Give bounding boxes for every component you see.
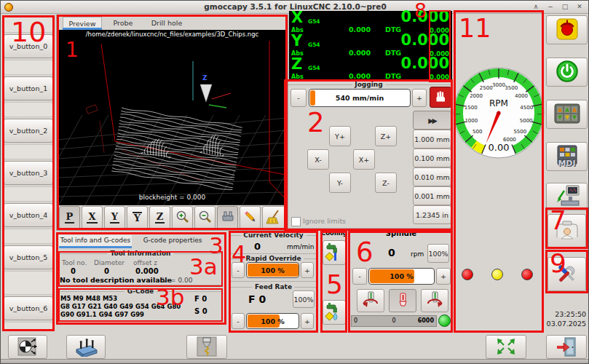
estop-icon <box>556 17 579 42</box>
spindle-plus-button[interactable]: + <box>436 268 451 285</box>
gcode-frame-title: G-Code <box>124 288 157 295</box>
sidebar-spacer <box>4 271 53 295</box>
close-window-icon[interactable]: ✕ <box>574 2 585 12</box>
main-position-value: 0.000 <box>401 8 449 25</box>
tab-drill-hole[interactable]: Drill hole <box>146 17 188 28</box>
touch-off-button[interactable] <box>8 335 47 359</box>
feed-rate-slider[interactable]: 100 % <box>246 313 299 329</box>
rapid-plus-button[interactable]: + <box>301 262 314 278</box>
jog-y-minus-button[interactable]: Y- <box>329 173 351 193</box>
jog-increment-01mm[interactable]: 0.100 mm <box>413 149 451 167</box>
rapid-minus-button[interactable]: - <box>232 262 245 278</box>
view-x-button[interactable]: X <box>82 206 103 229</box>
sidebar-spacer <box>4 229 53 244</box>
abs-value: 0.000 <box>349 72 371 80</box>
machine-on-button[interactable] <box>546 58 588 87</box>
jog-speed-plus-button[interactable]: + <box>412 89 427 107</box>
shade-window-icon[interactable]: ∧ <box>530 2 542 12</box>
tool-measure-icon <box>196 336 218 359</box>
svg-text:5500: 5500 <box>513 129 526 135</box>
rpm-gauge-label: RPM <box>454 98 544 108</box>
sidebar-v-button-0[interactable]: v_button_0 <box>4 34 53 58</box>
jog-increment-0001mm[interactable]: 0.001 mm <box>413 186 451 205</box>
jog-increment-inch[interactable]: 1.2345 in <box>413 205 451 224</box>
jog-speed-slider-handle[interactable] <box>310 90 315 106</box>
zoom-in-button[interactable] <box>172 206 193 229</box>
spindle-stop-button[interactable] <box>389 289 416 312</box>
feed-plus-button[interactable]: + <box>301 313 314 329</box>
tab-probe[interactable]: Probe <box>108 17 138 28</box>
toggle-dimensions-button[interactable] <box>217 206 238 229</box>
jog-increment-continuous[interactable]: ▶▶ <box>413 111 451 130</box>
setup-mode-button[interactable] <box>546 183 588 210</box>
sidebar-spacer <box>4 60 53 75</box>
jog-speed-slider[interactable]: 540 mm/min <box>309 89 411 107</box>
feed-reset-button[interactable]: 100% <box>293 290 315 308</box>
operator-icon <box>554 218 580 243</box>
mdi-mode-button[interactable]: MDI <box>546 142 588 171</box>
view-y2-button[interactable]: Y <box>127 206 148 229</box>
ignore-limits-checkbox[interactable] <box>291 217 301 226</box>
manual-mode-button[interactable] <box>546 100 588 129</box>
jog-y-plus-button[interactable]: Y+ <box>329 126 351 146</box>
touch-plate-button[interactable] <box>66 335 106 359</box>
spindle-minus-button[interactable]: - <box>352 268 367 285</box>
jog-increment-001mm[interactable]: 0.010 mm <box>413 167 451 186</box>
mist-coolant-button[interactable] <box>323 300 346 325</box>
svg-text:500: 500 <box>473 129 482 135</box>
sidebar-v-button-3[interactable]: v_button_3 <box>4 161 53 185</box>
dimensions-icon <box>220 209 236 226</box>
jog-z-plus-button[interactable]: Z+ <box>375 126 397 146</box>
spindle-reset-button[interactable]: 100% <box>427 244 449 263</box>
feed-minus-button[interactable]: - <box>232 313 245 329</box>
tab-gcode-properties[interactable]: G-code properties <box>139 235 206 246</box>
maximize-window-icon[interactable]: □ <box>559 2 571 12</box>
rapid-override-slider[interactable]: 100 % <box>246 262 299 278</box>
tab-tool-info[interactable]: Tool info and G-codes <box>59 235 132 246</box>
spindle-override-slider[interactable]: 100 % <box>368 268 435 285</box>
spindle-ccw-button[interactable] <box>357 289 384 312</box>
estop-button[interactable] <box>546 15 588 44</box>
y-view-icon: Y <box>110 212 119 223</box>
user-tabs-button[interactable] <box>548 214 586 248</box>
view-z-button[interactable]: Z <box>149 206 170 229</box>
sidebar-v-button-1[interactable]: v_button_1 <box>4 76 53 100</box>
zoom-out-button[interactable] <box>194 206 216 229</box>
loaded-file-path: /home/zdenek/linuxcnc/nc_files/examples/… <box>58 30 287 39</box>
tool-information-title: Tool information <box>108 250 174 257</box>
jog-z-minus-button[interactable]: Z- <box>375 173 397 193</box>
jog-increment-1mm[interactable]: 1.000 mm <box>413 130 451 149</box>
svg-text:Z: Z <box>202 74 207 82</box>
exit-button[interactable] <box>546 335 587 359</box>
gremlin-3d-preview[interactable]: Z <box>58 39 287 205</box>
svg-text:3500: 3500 <box>505 85 518 91</box>
jog-x-minus-button[interactable]: X- <box>307 149 329 170</box>
flood-coolant-button[interactable] <box>323 240 346 265</box>
sidebar-v-button-6[interactable]: v_button_6 <box>4 296 53 320</box>
hand-jog-mode-button[interactable] <box>430 87 451 108</box>
jog-x-plus-button[interactable]: X+ <box>353 149 375 170</box>
spindle-cw-button[interactable] <box>421 289 448 312</box>
mdi-keypad-icon: MDI <box>555 145 580 168</box>
cooling-title: Cooling <box>319 229 349 237</box>
view-y-button[interactable]: Y <box>104 206 125 229</box>
minimize-window-icon[interactable]: − <box>545 2 556 12</box>
edit-gcode-button[interactable] <box>240 206 261 229</box>
tool-measure-button[interactable] <box>186 335 227 359</box>
active-feed: F 0 <box>194 295 207 303</box>
x-view-icon: X <box>87 212 97 223</box>
sidebar-v-button-2[interactable]: v_button_2 <box>4 119 53 143</box>
sidebar-v-button-5[interactable]: v_button_5 <box>4 245 53 269</box>
machine-setup-icon <box>554 185 580 208</box>
clock-date: 03.07.2025 <box>539 319 586 328</box>
y-inverted-view-icon: Y <box>133 212 142 223</box>
fullscreen-button[interactable] <box>486 335 526 359</box>
jog-speed-minus-button[interactable]: - <box>290 89 307 107</box>
svg-text:1000: 1000 <box>465 118 478 124</box>
clear-plot-button[interactable] <box>262 206 285 229</box>
sidebar-v-button-4[interactable]: v_button_4 <box>4 203 53 227</box>
flood-coolant-icon <box>325 242 344 264</box>
dro-display[interactable]: X G54 Abs 0.000 DTG 0.000 0.000 Y G54 Ab… <box>289 11 452 82</box>
view-perspective-button[interactable]: P <box>59 206 80 229</box>
settings-button[interactable] <box>548 257 586 291</box>
